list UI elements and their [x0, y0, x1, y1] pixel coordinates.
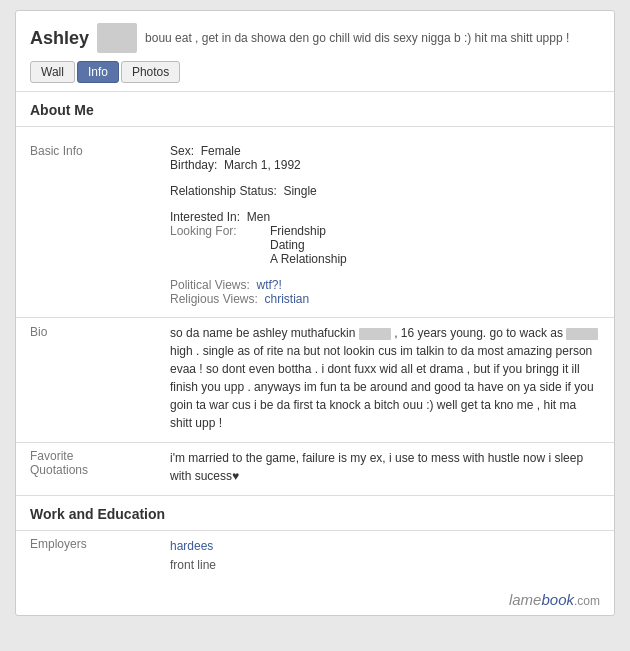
- footer-lame: lame: [509, 591, 542, 608]
- birthday-label: Birthday:: [170, 158, 217, 172]
- looking-for-label: Looking For:: [170, 224, 270, 266]
- political-views-label: Political Views:: [170, 278, 250, 292]
- relationship-status-value: Single: [283, 184, 316, 198]
- tab-photos[interactable]: Photos: [121, 61, 180, 83]
- relationship-status-row: Relationship Status: Single: [16, 181, 614, 201]
- relationship-label-spacer: [30, 183, 170, 199]
- interested-label-spacer: [30, 209, 170, 267]
- religious-views-value[interactable]: christian: [265, 292, 310, 306]
- about-me-title: About Me: [16, 92, 614, 126]
- bio-section: Bio so da name be ashley muthafuckin , 1…: [16, 318, 614, 442]
- avatar: [97, 23, 137, 53]
- political-label-spacer: [30, 277, 170, 307]
- tab-wall[interactable]: Wall: [30, 61, 75, 83]
- employers-label: Employers: [30, 537, 170, 575]
- tab-info[interactable]: Info: [77, 61, 119, 83]
- profile-name: Ashley: [30, 28, 89, 49]
- quotations-label: Favorite Quotations: [30, 449, 170, 485]
- basic-info-label: Basic Info: [30, 143, 170, 173]
- interested-value-block: Interested In: Men Looking For: Friendsh…: [170, 209, 347, 267]
- basic-info-values: Sex: Female Birthday: March 1, 1992: [170, 143, 301, 173]
- work-section: Employers hardees front line: [16, 531, 614, 585]
- profile-container: Ashley bouu eat , get in da showa den go…: [15, 10, 615, 616]
- profile-tabs: Wall Info Photos: [16, 61, 614, 91]
- redacted-1: [359, 328, 391, 340]
- work-education-title: Work and Education: [16, 496, 614, 530]
- sex-row: Sex: Female: [170, 144, 301, 158]
- quotations-text: i'm married to the game, failure is my e…: [170, 449, 600, 485]
- birthday-value: March 1, 1992: [224, 158, 301, 172]
- quotations-section: Favorite Quotations i'm married to the g…: [16, 443, 614, 495]
- interested-in-row: Interested In: Men Looking For: Friendsh…: [16, 207, 614, 269]
- footer-book: book: [541, 591, 574, 608]
- interested-in-value: Men: [247, 210, 270, 224]
- looking-for-2: Dating: [270, 238, 347, 252]
- looking-for-values: Friendship Dating A Relationship: [270, 224, 347, 266]
- footer-dotcom: .com: [574, 594, 600, 608]
- bio-text: so da name be ashley muthafuckin , 16 ye…: [170, 324, 600, 432]
- looking-for-3: A Relationship: [270, 252, 347, 266]
- sex-value: Female: [201, 144, 241, 158]
- interested-in-label: Interested In:: [170, 210, 240, 224]
- looking-for-1: Friendship: [270, 224, 347, 238]
- bio-text-before1: so da name be ashley muthafuckin: [170, 326, 355, 340]
- bio-label: Bio: [30, 324, 170, 432]
- sex-label: Sex:: [170, 144, 194, 158]
- political-religious-row: Political Views: wtf?! Religious Views: …: [16, 275, 614, 309]
- basic-info-row: Basic Info Sex: Female Birthday: March 1…: [16, 141, 614, 175]
- bio-text-after2: high . single as of rite na but not look…: [170, 344, 594, 430]
- relationship-value-block: Relationship Status: Single: [170, 183, 317, 199]
- bio-text-after1: , 16 years young. go to wack as: [394, 326, 563, 340]
- relationship-status-label: Relationship Status:: [170, 184, 277, 198]
- employer-name[interactable]: hardees: [170, 539, 213, 553]
- birthday-row: Birthday: March 1, 1992: [170, 158, 301, 172]
- employer-position: front line: [170, 558, 216, 572]
- employer-details: hardees front line: [170, 537, 216, 575]
- profile-status: bouu eat , get in da showa den go chill …: [145, 30, 600, 47]
- looking-for-row: Looking For: Friendship Dating A Relatio…: [170, 224, 347, 266]
- political-views-value[interactable]: wtf?!: [256, 278, 281, 292]
- political-value-block: Political Views: wtf?! Religious Views: …: [170, 277, 309, 307]
- profile-header: Ashley bouu eat , get in da showa den go…: [16, 11, 614, 61]
- redacted-2: [566, 328, 598, 340]
- religious-views-label: Religious Views:: [170, 292, 258, 306]
- lamebook-footer: lamebook.com: [16, 585, 614, 615]
